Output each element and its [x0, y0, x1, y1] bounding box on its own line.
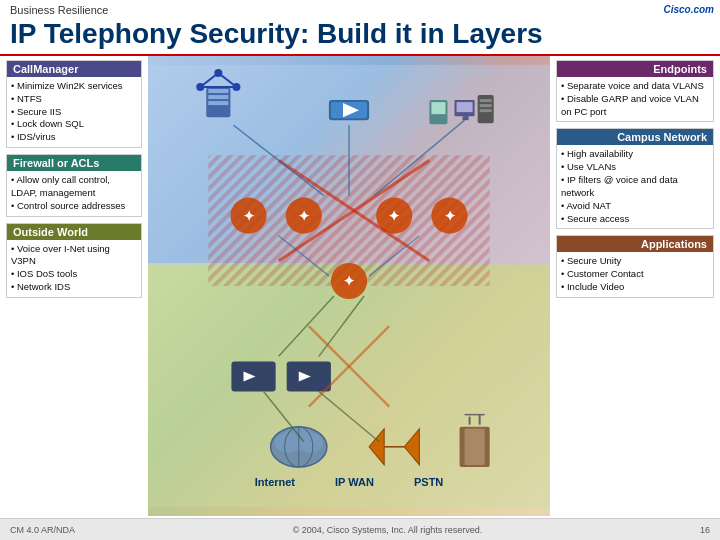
- svg-rect-19: [480, 99, 492, 102]
- campus-network-section: Campus Network High availability Use VLA…: [556, 128, 714, 229]
- outside-world-body: Voice over I-Net using V3PN IOS DoS tool…: [7, 240, 141, 297]
- right-column: Endpoints Separate voice and data VLANS …: [550, 56, 720, 516]
- list-item: Allow only call control, LDAP, managemen…: [11, 174, 137, 200]
- cisco-logo: Cisco.com: [663, 4, 714, 15]
- list-item: Use VLANs: [561, 161, 709, 174]
- list-item: Avoid NAT: [561, 200, 709, 213]
- page-wrapper: Business Resilience IP Telephony Securit…: [0, 0, 720, 540]
- outside-world-section: Outside World Voice over I-Net using V3P…: [6, 223, 142, 298]
- list-item: IP filters @ voice and data network: [561, 174, 709, 200]
- svg-rect-20: [480, 104, 492, 107]
- ipwan-label: IP WAN: [335, 476, 374, 488]
- svg-rect-17: [463, 116, 469, 120]
- list-item: Secure access: [561, 213, 709, 226]
- svg-text:✦: ✦: [298, 208, 310, 224]
- firewall-body: Allow only call control, LDAP, managemen…: [7, 171, 141, 215]
- footer: CM 4.0 AR/NDA © 2004, Cisco Systems, Inc…: [0, 518, 720, 540]
- firewall-header: Firewall or ACLs: [7, 155, 141, 171]
- diagram-svg: ✦ ✦ ✦ ✦: [148, 56, 550, 516]
- footer-left: CM 4.0 AR/NDA: [10, 525, 75, 535]
- network-diagram: ✦ ✦ ✦ ✦: [148, 56, 550, 516]
- endpoints-header: Endpoints: [557, 61, 713, 77]
- list-item: Control source addresses: [11, 200, 137, 213]
- svg-text:✦: ✦: [444, 208, 456, 224]
- list-item: Network IDS: [11, 281, 137, 294]
- footer-right: 16: [700, 525, 710, 535]
- footer-center: © 2004, Cisco Systems, Inc. All rights r…: [293, 525, 483, 535]
- svg-rect-6: [208, 89, 228, 93]
- svg-rect-52: [465, 429, 485, 465]
- bottom-network-labels: Internet IP WAN PSTN: [148, 476, 550, 488]
- svg-rect-3: [148, 266, 550, 507]
- svg-point-12: [232, 83, 240, 91]
- svg-rect-14: [431, 102, 445, 114]
- svg-text:✦: ✦: [343, 273, 355, 289]
- list-item: Customer Contact: [561, 268, 709, 281]
- endpoints-body: Separate voice and data VLANS Disable GA…: [557, 77, 713, 121]
- svg-rect-7: [208, 95, 228, 99]
- list-item: IOS DoS tools: [11, 268, 137, 281]
- list-item: Disable GARP and voice VLAN on PC port: [561, 93, 709, 119]
- svg-point-11: [196, 83, 204, 91]
- callmanager-header: CallManager: [7, 61, 141, 77]
- svg-rect-16: [457, 102, 473, 112]
- campus-network-header: Campus Network: [557, 129, 713, 145]
- content-area: CallManager Minimize Win2K services NTFS…: [0, 56, 720, 516]
- applications-section: Applications Secure Unity Customer Conta…: [556, 235, 714, 297]
- list-item: Voice over I-Net using V3PN: [11, 243, 137, 269]
- list-item: Include Video: [561, 281, 709, 294]
- firewall-section: Firewall or ACLs Allow only call control…: [6, 154, 142, 216]
- list-item: High availability: [561, 148, 709, 161]
- svg-point-10: [214, 69, 222, 77]
- list-item: Secure IIS: [11, 106, 137, 119]
- supertitle: Business Resilience: [0, 0, 720, 16]
- outside-world-header: Outside World: [7, 224, 141, 240]
- internet-label: Internet: [255, 476, 295, 488]
- svg-rect-21: [480, 109, 492, 112]
- list-item: NTFS: [11, 93, 137, 106]
- list-item: IDS/virus: [11, 131, 137, 144]
- main-title: IP Telephony Security: Build it in Layer…: [0, 16, 720, 56]
- campus-network-body: High availability Use VLANs IP filters @…: [557, 145, 713, 228]
- applications-header: Applications: [557, 236, 713, 252]
- pstn-label: PSTN: [414, 476, 443, 488]
- list-item: Secure Unity: [561, 255, 709, 268]
- list-item: Minimize Win2K services: [11, 80, 137, 93]
- list-item: Separate voice and data VLANS: [561, 80, 709, 93]
- callmanager-section: CallManager Minimize Win2K services NTFS…: [6, 60, 142, 148]
- list-item: Lock down SQL: [11, 118, 137, 131]
- callmanager-body: Minimize Win2K services NTFS Secure IIS …: [7, 77, 141, 147]
- svg-text:✦: ✦: [388, 208, 400, 224]
- applications-body: Secure Unity Customer Contact Include Vi…: [557, 252, 713, 296]
- svg-rect-8: [208, 101, 228, 105]
- svg-text:✦: ✦: [243, 208, 255, 224]
- endpoints-section: Endpoints Separate voice and data VLANS …: [556, 60, 714, 122]
- left-column: CallManager Minimize Win2K services NTFS…: [0, 56, 148, 516]
